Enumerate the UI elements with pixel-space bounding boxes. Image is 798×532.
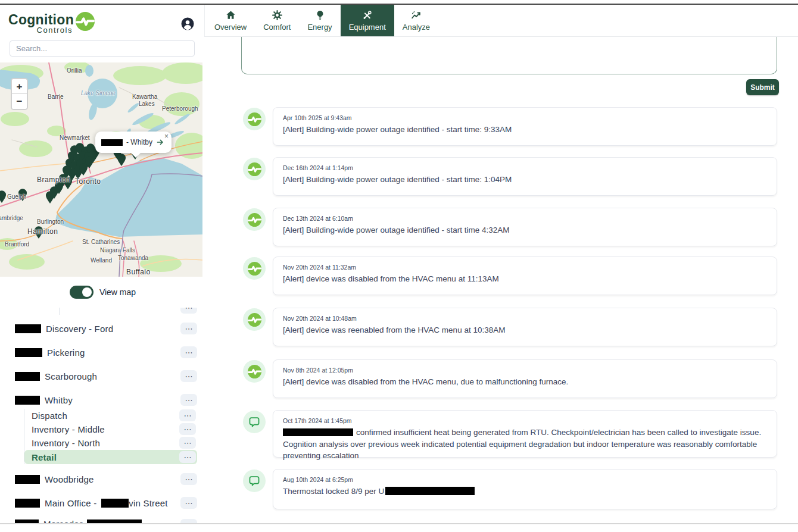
entry-text: confirmed insufficient heat being genera… — [283, 427, 767, 462]
location-row-main-office[interactable]: Main Office - vin Street ⋯ — [15, 495, 197, 511]
map-label-toronto: Toronto — [75, 177, 101, 186]
redaction — [101, 499, 129, 508]
tab-overview[interactable]: Overview — [206, 5, 255, 36]
location-row-scarborough[interactable]: Scarborough ⋯ — [15, 368, 197, 384]
sublocation-inventory-north[interactable]: Inventory - North ⋯ — [24, 436, 197, 449]
map[interactable]: Orillia Barrie Lake Simcoe Kawartha Lake… — [0, 62, 202, 277]
map-popup-whitby[interactable]: - Whitby × — [95, 132, 172, 153]
location-menu-button[interactable]: ⋯ — [179, 423, 196, 435]
comment-icon-badge — [243, 470, 266, 492]
timeline-entry: Nov 8th 2024 at 12:05pm [Alert] device w… — [273, 359, 777, 398]
location-label: Woodbridge — [45, 474, 94, 484]
entry-text-body: confirmed insufficient heat being genera… — [283, 428, 761, 460]
tab-label: Energy — [307, 23, 332, 32]
location-menu-button[interactable]: ⋯ — [179, 437, 196, 449]
location-menu-button[interactable]: ⋯ — [179, 451, 196, 463]
comment-bubble-icon — [248, 475, 260, 487]
tab-equipment-active[interactable]: Equipment — [341, 5, 394, 36]
top-navbar: Overview Comfort Energy — [204, 5, 798, 37]
popup-close-icon[interactable]: × — [164, 132, 169, 140]
entry-text: [Alert] Building-wide power outage ident… — [283, 224, 767, 236]
location-menu-button[interactable]: ⋯ — [180, 346, 197, 358]
map-label-guelph: Guelph — [7, 193, 26, 200]
view-map-toggle-row: View map — [0, 277, 205, 306]
whitby-sublocations: Dispatch ⋯ Inventory - Middle ⋯ Inventor… — [24, 409, 197, 464]
equipment-notes-panel: Submit Apr 10th 2025 at 9:43am [Alert] B… — [204, 37, 798, 523]
sublocation-inventory-middle[interactable]: Inventory - Middle ⋯ — [24, 423, 197, 436]
entry-text: [Alert] Building-wide power outage ident… — [283, 124, 767, 136]
location-menu-button[interactable]: ⋯ — [180, 308, 197, 314]
tab-comfort[interactable]: Comfort — [255, 5, 299, 36]
entry-text: [Alert] device was reenabled from the HV… — [283, 324, 767, 336]
alert-source-icon — [243, 308, 266, 331]
location-menu-button[interactable]: ⋯ — [180, 370, 197, 382]
location-menu-button[interactable]: ⋯ — [179, 409, 196, 421]
alert-source-icon — [243, 257, 266, 280]
comment-input[interactable] — [241, 37, 777, 74]
tab-label: Analyze — [403, 23, 430, 32]
entry-timestamp: Nov 20th 2024 at 11:32am — [283, 264, 767, 271]
location-row-mercedes[interactable]: Mercedes- Centennial Rd ⋯ — [15, 519, 197, 523]
sublocation-dispatch[interactable]: Dispatch ⋯ — [24, 409, 197, 422]
tab-label: Equipment — [349, 23, 386, 32]
home-icon — [225, 10, 236, 21]
location-row-partial[interactable]: ⋯ — [15, 308, 197, 315]
tab-energy[interactable]: Energy — [299, 5, 340, 36]
map-label-welland: Welland — [91, 257, 112, 264]
alert-source-icon — [243, 158, 266, 180]
map-label-cambridge: Cambridge — [0, 215, 23, 221]
sidebar-header: Cognition Controls — [0, 5, 205, 39]
submit-button[interactable]: Submit — [746, 79, 779, 95]
gear-icon — [272, 10, 283, 21]
timeline-entry: Apr 10th 2025 at 9:43am [Alert] Building… — [273, 107, 777, 146]
tab-label: Comfort — [263, 23, 291, 32]
lightbulb-icon — [314, 10, 326, 21]
location-menu-button[interactable]: ⋯ — [180, 497, 197, 509]
location-label: Whitby — [45, 395, 73, 405]
location-label: Mercedes- — [43, 519, 87, 523]
entry-text-body: Thermostat locked 8/9 per U — [283, 487, 384, 496]
popup-redaction — [101, 139, 123, 146]
location-row-woodbridge[interactable]: Woodbridge ⋯ — [15, 471, 197, 487]
brand-title: Cognition — [8, 13, 74, 27]
location-menu-button[interactable]: ⋯ — [180, 323, 197, 334]
location-menu-button[interactable]: ⋯ — [180, 473, 197, 485]
location-label: Pickering — [47, 348, 85, 358]
entry-text: [Alert] device was disabled from the HVA… — [283, 273, 767, 285]
timeline-entry: Nov 20th 2024 at 10:48am [Alert] device … — [273, 308, 777, 346]
sublocation-retail-selected[interactable]: Retail ⋯ — [24, 450, 197, 464]
popup-arrow-icon[interactable] — [156, 138, 164, 146]
brand-subtitle: Controls — [37, 26, 74, 35]
map-label-kawartha: Kawartha — [132, 93, 157, 100]
location-list: ⋯ Discovery - Ford ⋯ Pickering ⋯ Scarbor… — [0, 306, 205, 523]
search-input[interactable] — [10, 40, 195, 57]
view-map-toggle[interactable] — [70, 286, 93, 299]
location-label: Main Office - — [45, 498, 96, 508]
sublocation-label: Inventory - Middle — [32, 424, 105, 434]
user-avatar-icon[interactable] — [180, 17, 195, 31]
location-menu-button[interactable]: ⋯ — [180, 519, 197, 523]
timeline-entry: Dec 13th 2024 at 6:10am [Alert] Building… — [273, 208, 777, 246]
location-row-pickering[interactable]: Pickering ⋯ — [15, 345, 197, 360]
map-label-brantford: Brantford — [5, 241, 29, 248]
zoom-in-button[interactable]: + — [12, 79, 27, 94]
location-label: Scarborough — [45, 371, 97, 381]
map-label-newmarket: Newmarket — [60, 134, 90, 141]
tab-label: Overview — [214, 23, 247, 32]
cognition-wave-icon — [248, 365, 261, 378]
search-container — [0, 39, 205, 62]
sublocation-label: Inventory - North — [32, 438, 100, 448]
indent-line-fragment — [59, 308, 60, 315]
tab-analyze[interactable]: Analyze — [394, 5, 438, 36]
redaction — [15, 499, 40, 508]
entry-text: [Alert] Building-wide power outage ident… — [283, 174, 767, 186]
zoom-out-button[interactable]: − — [12, 94, 27, 109]
timeline-entry: Aug 10th 2024 at 6:25pm Thermostat locke… — [273, 469, 777, 509]
brand-logo: Cognition Controls — [8, 13, 95, 35]
location-label-suffix: vin Street — [129, 498, 167, 508]
redaction — [15, 324, 41, 333]
popup-label: - Whitby — [126, 138, 152, 146]
location-menu-button[interactable]: ⋯ — [180, 394, 197, 406]
location-row-whitby[interactable]: Whitby ⋯ — [15, 392, 197, 408]
location-row-discovery-ford[interactable]: Discovery - Ford ⋯ — [15, 321, 197, 336]
